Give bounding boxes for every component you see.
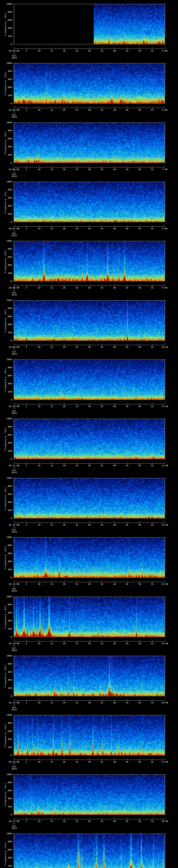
- x-tick-label: 55: [151, 227, 154, 230]
- y-minor-tick-mark: [165, 567, 166, 568]
- y-tick-mark: [165, 87, 166, 88]
- y-minor-tick-mark: [165, 433, 166, 433]
- y-minor-tick-mark: [13, 840, 14, 840]
- y-tick-label: 1000: [4, 299, 12, 301]
- x-tick-label: 55: [151, 464, 154, 467]
- spectrogram-heatmap: [14, 537, 165, 578]
- x-tick-label: 5:00: [162, 50, 168, 52]
- x-tick-label: 15: [50, 524, 53, 526]
- y-tick-label: 400: [4, 323, 12, 326]
- x-tick-label: 45: [126, 109, 128, 111]
- y-minor-tick-mark: [165, 753, 166, 753]
- x-tick-label: 20: [63, 524, 65, 526]
- y-minor-tick-mark: [165, 625, 166, 625]
- y-tick-label: 800: [4, 781, 12, 783]
- y-minor-tick-mark: [165, 439, 166, 439]
- y-minor-tick-mark: [13, 204, 14, 204]
- x-tick-label: 18:06:00: [8, 168, 20, 170]
- x-tick-label: 30: [88, 642, 91, 645]
- y-minor-tick-mark: [165, 788, 166, 789]
- spectrogram-panel: Frequency (Hz) 7Oct2015 0200400600800100…: [0, 415, 178, 474]
- y-minor-tick-mark: [13, 551, 14, 552]
- y-tick-label: 0: [4, 221, 12, 223]
- spectrogram-heatmap: [14, 241, 165, 281]
- y-tick-label: 400: [4, 797, 12, 800]
- x-tick-mark: [89, 818, 90, 819]
- y-minor-tick-mark: [13, 188, 14, 188]
- y-minor-tick-mark: [13, 574, 14, 574]
- y-minor-tick-mark: [165, 97, 166, 98]
- y-tick-mark: [12, 87, 14, 88]
- y-minor-tick-mark: [165, 253, 166, 253]
- x-tick-label: 16:00: [161, 701, 168, 704]
- y-tick-mark: [12, 731, 14, 732]
- y-tick-label: 1000: [4, 3, 12, 5]
- y-minor-tick-mark: [165, 686, 166, 686]
- y-minor-tick-mark: [165, 496, 166, 496]
- x-tick-mark: [89, 106, 90, 108]
- y-minor-tick-mark: [13, 780, 14, 781]
- y-tick-mark: [165, 807, 166, 807]
- y-minor-tick-mark: [13, 453, 14, 453]
- x-tick-label: 20: [63, 168, 65, 170]
- x-tick-mark: [14, 343, 14, 345]
- y-tick-label: 200: [4, 450, 12, 452]
- date-label: 7Oct2015: [9, 823, 19, 829]
- spectrogram-heatmap: [14, 597, 165, 637]
- y-minor-tick-mark: [165, 801, 166, 801]
- x-tick-mark: [14, 640, 14, 641]
- x-tick-label: 18:17:00: [8, 820, 20, 823]
- y-minor-tick-mark: [13, 846, 14, 846]
- x-tick-label: 11:00: [161, 405, 168, 408]
- y-minor-tick-mark: [13, 455, 14, 455]
- x-tick-label: 5: [26, 524, 27, 526]
- y-minor-tick-mark: [13, 83, 14, 84]
- y-tick-label: 1000: [4, 358, 12, 361]
- date-label: 7Oct2015: [9, 585, 19, 592]
- x-tick-mark: [26, 462, 27, 463]
- x-tick-label: 50: [138, 820, 141, 823]
- x-tick-mark: [26, 522, 27, 523]
- y-minor-tick-mark: [13, 141, 14, 141]
- x-tick-mark: [14, 225, 14, 226]
- x-tick-label: 45: [126, 405, 128, 408]
- y-minor-tick-mark: [165, 218, 166, 218]
- x-axis-line: [14, 49, 165, 49]
- x-tick-mark: [64, 462, 64, 463]
- y-minor-tick-mark: [13, 32, 14, 32]
- x-tick-label: 50: [138, 642, 141, 645]
- y-tick-label: 200: [4, 391, 12, 393]
- x-tick-label: 10: [38, 405, 40, 408]
- x-tick-mark: [14, 817, 14, 819]
- y-tick-label: 200: [4, 213, 12, 215]
- y-minor-tick-mark: [13, 320, 14, 321]
- y-minor-tick-mark: [13, 362, 14, 362]
- y-minor-tick-mark: [13, 611, 14, 611]
- y-minor-tick-mark: [165, 721, 166, 721]
- y-tick-mark: [165, 316, 166, 317]
- y-tick-label: 400: [4, 738, 12, 740]
- plot-box: [14, 4, 165, 44]
- spectrogram-panel: Frequency (Hz) 7Oct2015 0200400600800100…: [0, 770, 178, 830]
- y-minor-tick-mark: [13, 631, 14, 631]
- y-minor-tick-mark: [165, 153, 166, 153]
- y-minor-tick-mark: [13, 795, 14, 795]
- x-tick-mark: [52, 581, 52, 582]
- x-tick-mark: [89, 166, 90, 167]
- y-tick-label: 0: [4, 458, 12, 460]
- y-minor-tick-mark: [165, 727, 166, 727]
- y-minor-tick-mark: [13, 660, 14, 660]
- y-minor-tick-mark: [13, 776, 14, 777]
- y-minor-tick-mark: [165, 22, 166, 22]
- y-tick-mark: [12, 790, 14, 791]
- y-tick-label: 200: [4, 628, 12, 630]
- y-minor-tick-mark: [13, 788, 14, 789]
- y-tick-mark: [165, 688, 166, 688]
- y-tick-label: 0: [4, 43, 12, 45]
- x-tick-label: 45: [126, 346, 128, 348]
- x-tick-label: 5: [26, 820, 27, 823]
- y-tick-mark: [165, 95, 166, 96]
- x-tick-label: 5: [26, 109, 27, 111]
- x-tick-label: 18:09:00: [8, 346, 20, 348]
- x-tick-mark: [89, 581, 90, 582]
